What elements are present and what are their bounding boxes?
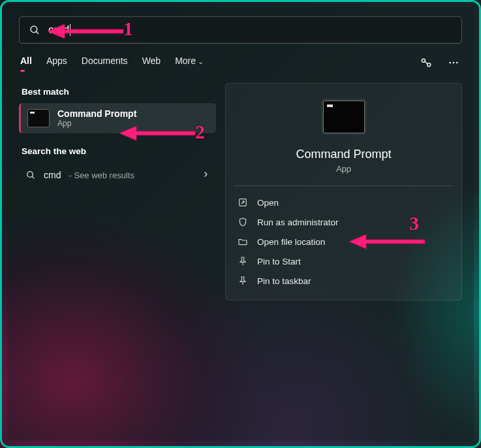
- web-result-row[interactable]: cmd - See web results: [19, 163, 216, 187]
- chevron-down-icon: ⌄: [198, 57, 204, 65]
- tab-documents[interactable]: Documents: [82, 56, 128, 70]
- search-bar[interactable]: cmd: [19, 16, 462, 44]
- svg-point-6: [456, 62, 458, 64]
- search-web-label: Search the web: [22, 146, 213, 156]
- search-icon: [25, 170, 36, 180]
- filter-tabs-row: All Apps Documents Web More⌄: [19, 56, 462, 70]
- action-pin-to-start[interactable]: Pin to Start: [235, 251, 452, 271]
- chevron-right-icon: [202, 169, 209, 181]
- tab-web[interactable]: Web: [142, 56, 161, 70]
- action-label: Open file location: [257, 237, 325, 247]
- preview-title: Command Prompt: [235, 148, 452, 161]
- best-match-label: Best match: [22, 87, 213, 97]
- tab-more[interactable]: More⌄: [175, 56, 204, 70]
- start-search-panel: cmd All Apps Documents Web More⌄ Best ma…: [7, 7, 474, 441]
- action-label: Pin to taskbar: [257, 276, 311, 286]
- action-label: Open: [257, 198, 279, 208]
- svg-point-7: [27, 172, 33, 178]
- open-icon: [238, 197, 248, 208]
- svg-line-8: [32, 176, 34, 178]
- command-prompt-icon: [27, 109, 50, 127]
- svg-line-1: [36, 31, 39, 34]
- action-pin-to-taskbar[interactable]: Pin to taskbar: [235, 271, 452, 291]
- svg-point-0: [31, 26, 37, 33]
- text-caret: [70, 24, 70, 36]
- connector-icon[interactable]: [419, 56, 433, 70]
- best-match-result[interactable]: Command Prompt App: [19, 103, 216, 133]
- results-left-column: Best match Command Prompt App Search the…: [19, 83, 216, 300]
- best-match-subtitle: App: [57, 119, 136, 128]
- web-result-term: cmd: [44, 170, 61, 180]
- web-result-hint: - See web results: [69, 170, 134, 180]
- best-match-title: Command Prompt: [57, 108, 136, 119]
- filter-tabs: All Apps Documents Web More⌄: [20, 56, 204, 70]
- preview-pane: Command Prompt App Open Run as administr…: [225, 83, 462, 300]
- action-label: Run as administrator: [257, 217, 339, 227]
- search-input[interactable]: cmd: [40, 24, 69, 37]
- pin-icon: [238, 256, 248, 266]
- svg-point-4: [449, 62, 451, 64]
- action-open-file-location[interactable]: Open file location: [235, 232, 452, 251]
- svg-point-5: [453, 62, 455, 64]
- action-run-as-administrator[interactable]: Run as administrator: [235, 212, 452, 232]
- preview-app-icon: [323, 101, 365, 133]
- shield-icon: [238, 217, 248, 227]
- action-label: Pin to Start: [257, 257, 301, 266]
- folder-icon: [238, 236, 248, 247]
- divider: [234, 185, 454, 186]
- pin-icon: [238, 276, 248, 286]
- action-open[interactable]: Open: [235, 193, 452, 212]
- preview-subtitle: App: [235, 164, 452, 174]
- more-options-icon[interactable]: [446, 56, 461, 70]
- tab-all[interactable]: All: [20, 56, 32, 70]
- search-icon: [29, 24, 40, 36]
- tab-apps[interactable]: Apps: [46, 56, 67, 70]
